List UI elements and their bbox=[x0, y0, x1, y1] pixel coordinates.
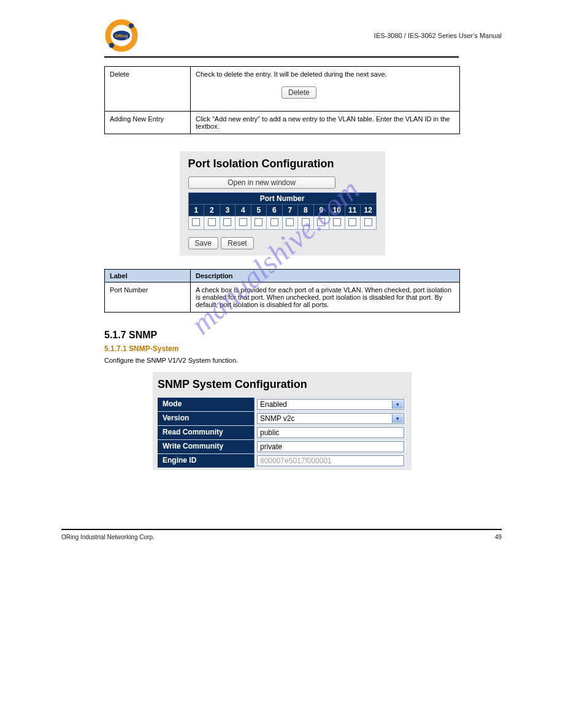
port-isolation-panel: Port Isolation Configuration Open in new… bbox=[180, 151, 385, 256]
footer-divider bbox=[61, 529, 502, 530]
snmp-version-select[interactable]: SNMP v2c ▾ bbox=[257, 413, 404, 424]
footer-left: ORing Industrial Networking Corp. bbox=[61, 534, 155, 540]
port-col-1: 1 bbox=[188, 205, 204, 216]
port-checkbox-2[interactable] bbox=[208, 218, 216, 226]
port-checkbox-cell-5 bbox=[251, 216, 267, 230]
port-col-7: 7 bbox=[282, 205, 298, 216]
header-divider bbox=[104, 56, 459, 58]
port-checkbox-cell-7 bbox=[282, 216, 298, 230]
delete-row-desc-text: Check to delete the entry. It will be de… bbox=[196, 70, 454, 78]
port-checkbox-6[interactable] bbox=[270, 218, 278, 226]
snmp-read-community-input[interactable]: public bbox=[257, 427, 404, 438]
port-col-12: 12 bbox=[361, 205, 377, 216]
svg-point-2 bbox=[129, 23, 134, 28]
section-5-1-7: 5.1.7 SNMP bbox=[104, 330, 502, 341]
row-port-number-desc: A check box is provided for each port of… bbox=[191, 282, 460, 313]
snmp-mode-select[interactable]: Enabled ▾ bbox=[257, 399, 404, 410]
page-container: manualshive.com ORing IES-3080 / IES-306… bbox=[0, 0, 563, 507]
label-description-table: Label Description Port Number A check bo… bbox=[104, 269, 460, 313]
logo: ORing bbox=[104, 18, 139, 53]
port-checkbox-8[interactable] bbox=[302, 218, 310, 226]
port-checkbox-cell-4 bbox=[236, 216, 251, 230]
svg-text:ORing: ORing bbox=[115, 34, 128, 39]
snmp-system-config-panel: SNMP System Configuration Mode Enabled ▾… bbox=[153, 372, 412, 470]
port-col-10: 10 bbox=[329, 205, 345, 216]
port-col-5: 5 bbox=[251, 205, 267, 216]
col-hdr-label: Label bbox=[105, 270, 191, 282]
delete-table: Delete Check to delete the entry. It wil… bbox=[104, 66, 460, 134]
port-col-11: 11 bbox=[345, 205, 361, 216]
port-checkbox-cell-2 bbox=[204, 216, 220, 230]
port-checkbox-7[interactable] bbox=[286, 218, 294, 226]
snmp-version-value: SNMP v2c bbox=[260, 414, 294, 423]
port-checkbox-3[interactable] bbox=[223, 218, 231, 226]
footer-page-number: 49 bbox=[495, 534, 502, 540]
snmp-write-community-label: Write Community bbox=[158, 440, 255, 453]
port-col-2: 2 bbox=[204, 205, 220, 216]
section-5-1-7-1: 5.1.7.1 SNMP-System bbox=[104, 344, 502, 353]
port-number-table: Port Number 123456789101112 bbox=[188, 192, 377, 230]
port-checkbox-cell-12 bbox=[361, 216, 377, 230]
port-checkbox-5[interactable] bbox=[255, 218, 262, 226]
snmp-engine-id-label: Engine ID bbox=[158, 454, 255, 468]
delete-button[interactable]: Delete bbox=[282, 86, 316, 99]
snmp-version-label: Version bbox=[158, 412, 255, 425]
port-checkbox-cell-8 bbox=[298, 216, 314, 230]
chevron-down-icon: ▾ bbox=[392, 400, 403, 409]
port-col-4: 4 bbox=[236, 205, 251, 216]
page-header: ORing IES-3080 / IES-3062 Series User's … bbox=[61, 12, 502, 55]
snmp-intro-paragraph: Configure the SNMP V1/V2 System function… bbox=[104, 355, 460, 366]
snmp-mode-value: Enabled bbox=[260, 400, 287, 409]
port-checkbox-12[interactable] bbox=[364, 218, 372, 226]
port-checkbox-cell-11 bbox=[345, 216, 361, 230]
port-checkbox-9[interactable] bbox=[317, 218, 325, 226]
col-hdr-desc: Description bbox=[191, 270, 460, 282]
port-col-9: 9 bbox=[313, 205, 329, 216]
header-right-text: IES-3080 / IES-3062 Series User's Manual bbox=[374, 32, 502, 39]
delete-row-desc: Check to delete the entry. It will be de… bbox=[191, 67, 460, 112]
reset-button[interactable]: Reset bbox=[221, 237, 253, 249]
open-new-window-button[interactable]: Open in new window bbox=[188, 176, 335, 189]
port-col-8: 8 bbox=[298, 205, 314, 216]
save-button[interactable]: Save bbox=[188, 237, 218, 249]
snmp-panel-title: SNMP System Configuration bbox=[158, 378, 407, 391]
delete-row-label: Delete bbox=[105, 67, 191, 112]
snmp-read-community-label: Read Community bbox=[158, 426, 255, 439]
port-checkbox-cell-3 bbox=[220, 216, 236, 230]
port-col-3: 3 bbox=[220, 205, 236, 216]
snmp-write-community-input[interactable]: private bbox=[257, 441, 404, 452]
svg-point-3 bbox=[109, 43, 114, 48]
port-checkbox-11[interactable] bbox=[348, 218, 356, 226]
port-isolation-title: Port Isolation Configuration bbox=[188, 157, 377, 170]
port-checkbox-cell-10 bbox=[329, 216, 345, 230]
snmp-engine-id-input[interactable]: 800007e5017f000001 bbox=[257, 455, 404, 466]
row-port-number-label: Port Number bbox=[105, 282, 191, 313]
port-col-6: 6 bbox=[267, 205, 283, 216]
snmp-mode-label: Mode bbox=[158, 398, 255, 411]
add-entry-desc: Click "Add new entry" to add a new entry… bbox=[191, 112, 460, 134]
oring-logo-icon: ORing bbox=[104, 18, 139, 53]
port-checkbox-1[interactable] bbox=[192, 218, 200, 226]
page-footer: ORing Industrial Networking Corp. 49 bbox=[0, 534, 563, 547]
port-checkbox-10[interactable] bbox=[333, 218, 341, 226]
add-entry-label: Adding New Entry bbox=[105, 112, 191, 134]
chevron-down-icon: ▾ bbox=[392, 414, 403, 423]
port-checkbox-cell-6 bbox=[267, 216, 283, 230]
port-checkbox-cell-9 bbox=[313, 216, 329, 230]
port-number-header: Port Number bbox=[188, 193, 376, 205]
port-checkbox-cell-1 bbox=[188, 216, 204, 230]
port-checkbox-4[interactable] bbox=[239, 218, 247, 226]
